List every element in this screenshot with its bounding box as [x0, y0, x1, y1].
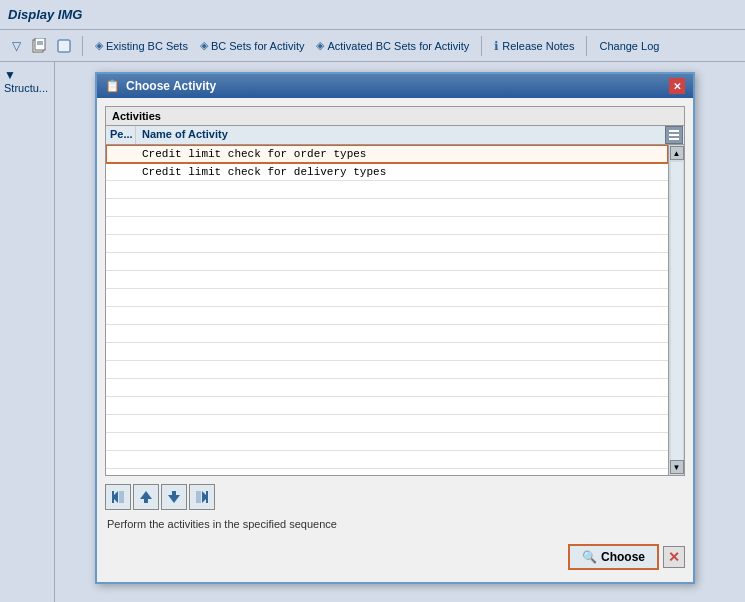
- table-content: Credit limit check for order types Credi…: [106, 145, 668, 475]
- existing-bc-sets-btn[interactable]: ◈ Existing BC Sets: [91, 37, 192, 54]
- content-area: 📋 Choose Activity ✕ Activities Pe... Nam…: [55, 62, 745, 602]
- row-name-1: Credit limit check for order types: [136, 148, 668, 160]
- modal-choose-activity: 📋 Choose Activity ✕ Activities Pe... Nam…: [95, 72, 695, 584]
- info-text: Perform the activities in the specified …: [105, 518, 685, 530]
- app-title: Display IMG: [8, 7, 82, 22]
- scroll-track[interactable]: [671, 162, 683, 473]
- toolbar-icon-2[interactable]: [30, 36, 50, 56]
- col-header-pe: Pe...: [106, 126, 136, 144]
- action-buttons-group: [105, 484, 685, 510]
- toolbar-icon-1[interactable]: ▽: [6, 36, 26, 56]
- vertical-scrollbar[interactable]: ▲ ▼: [668, 145, 684, 475]
- modal-title-text: Choose Activity: [126, 79, 216, 93]
- choose-icon: 🔍: [582, 550, 597, 564]
- choose-label: Choose: [601, 550, 645, 564]
- svg-rect-4: [58, 40, 70, 52]
- existing-bc-sets-label: Existing BC Sets: [106, 40, 188, 52]
- column-header-row: Pe... Name of Activity: [106, 126, 684, 145]
- toolbar: ▽ ◈ Existing BC Sets ◈ BC Sets for Activ…: [0, 30, 745, 62]
- move-first-button[interactable]: [105, 484, 131, 510]
- change-log-label: Change Log: [599, 40, 659, 52]
- release-notes-btn[interactable]: ℹ Release Notes: [490, 37, 578, 55]
- svg-rect-5: [669, 130, 679, 132]
- bc-sets-activity-btn[interactable]: ◈ BC Sets for Activity: [196, 37, 309, 54]
- separator-1: [82, 36, 83, 56]
- info-icon: ℹ: [494, 39, 499, 53]
- table-row[interactable]: [106, 325, 668, 343]
- cancel-button[interactable]: ✕: [663, 546, 685, 568]
- svg-rect-16: [206, 491, 208, 503]
- table-row[interactable]: [106, 343, 668, 361]
- table-row[interactable]: [106, 271, 668, 289]
- table-row[interactable]: Credit limit check for order types: [106, 145, 668, 163]
- table-row[interactable]: [106, 235, 668, 253]
- bc-icon-1: ◈: [95, 39, 103, 52]
- col-header-icon[interactable]: [664, 126, 684, 144]
- toolbar-icon-3[interactable]: [54, 36, 74, 56]
- table-container: Credit limit check for order types Credi…: [106, 145, 684, 475]
- bc-icon-2: ◈: [200, 39, 208, 52]
- table-row[interactable]: [106, 181, 668, 199]
- table-row[interactable]: [106, 379, 668, 397]
- svg-rect-14: [172, 491, 176, 495]
- left-sidebar: ▼ Structu...: [0, 62, 55, 602]
- cancel-icon: ✕: [668, 549, 680, 565]
- sidebar-label: Structu...: [4, 82, 50, 94]
- svg-rect-9: [112, 491, 114, 503]
- svg-rect-10: [119, 491, 124, 503]
- table-row[interactable]: Credit limit check for delivery types: [106, 163, 668, 181]
- table-row[interactable]: [106, 415, 668, 433]
- col-header-name: Name of Activity: [136, 126, 664, 144]
- release-notes-label: Release Notes: [502, 40, 574, 52]
- modal-title-icon: 📋: [105, 79, 120, 93]
- table-row[interactable]: [106, 451, 668, 469]
- modal-body: Activities Pe... Name of Activity: [97, 98, 693, 582]
- move-up-button[interactable]: [133, 484, 159, 510]
- bc-icon-3: ◈: [316, 39, 324, 52]
- activities-panel: Activities Pe... Name of Activity: [105, 106, 685, 476]
- choose-button[interactable]: 🔍 Choose: [568, 544, 659, 570]
- modal-titlebar: 📋 Choose Activity ✕: [97, 74, 693, 98]
- svg-rect-17: [196, 491, 201, 503]
- table-row[interactable]: [106, 253, 668, 271]
- bc-sets-activity-label: BC Sets for Activity: [211, 40, 305, 52]
- move-last-button[interactable]: [189, 484, 215, 510]
- top-bar: Display IMG: [0, 0, 745, 30]
- activities-header: Activities: [106, 107, 684, 126]
- activated-bc-sets-label: Activated BC Sets for Activity: [327, 40, 469, 52]
- table-row[interactable]: [106, 361, 668, 379]
- separator-2: [481, 36, 482, 56]
- svg-rect-7: [669, 138, 679, 140]
- table-row[interactable]: [106, 199, 668, 217]
- svg-marker-11: [140, 491, 152, 499]
- modal-close-button[interactable]: ✕: [669, 78, 685, 94]
- svg-marker-13: [168, 495, 180, 503]
- separator-3: [586, 36, 587, 56]
- svg-rect-6: [669, 134, 679, 136]
- main-area: ▼ Structu... 📋 Choose Activity ✕ Activit…: [0, 62, 745, 602]
- svg-rect-12: [144, 499, 148, 503]
- table-row[interactable]: [106, 217, 668, 235]
- table-row[interactable]: [106, 433, 668, 451]
- settings-icon[interactable]: [665, 126, 683, 144]
- sidebar-arrow[interactable]: ▼: [4, 68, 50, 82]
- modal-title-group: 📋 Choose Activity: [105, 79, 216, 93]
- modal-footer: 🔍 Choose ✕: [105, 540, 685, 574]
- change-log-btn[interactable]: Change Log: [595, 38, 663, 54]
- row-name-2: Credit limit check for delivery types: [136, 166, 668, 178]
- table-row[interactable]: [106, 289, 668, 307]
- table-row[interactable]: [106, 397, 668, 415]
- table-row[interactable]: [106, 307, 668, 325]
- activated-bc-sets-btn[interactable]: ◈ Activated BC Sets for Activity: [312, 37, 473, 54]
- scroll-down-button[interactable]: ▼: [670, 460, 684, 474]
- scroll-up-button[interactable]: ▲: [670, 146, 684, 160]
- move-down-button[interactable]: [161, 484, 187, 510]
